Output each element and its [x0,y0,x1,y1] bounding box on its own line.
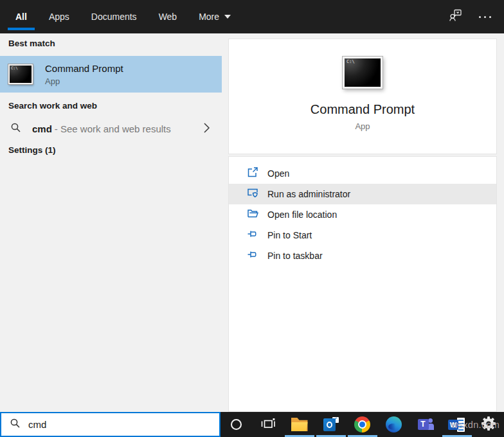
tab-apps[interactable]: Apps [48,0,71,33]
best-match-title: Command Prompt [45,63,123,74]
best-match-text: Command Prompt App [45,63,123,86]
action-open-file-location-label: Open file location [267,210,337,220]
tab-web-label: Web [159,12,177,22]
tab-web[interactable]: Web [158,0,179,33]
run-as-admin-shield-icon [247,187,258,201]
taskbar-outlook-button[interactable]: ✓ [315,412,346,437]
feedback-icon[interactable] [448,8,464,26]
action-open-label: Open [267,168,289,179]
search-input[interactable] [28,419,189,430]
command-prompt-icon: C:\ [8,64,33,84]
search-icon [10,418,21,431]
tab-all[interactable]: All [14,0,28,33]
action-pin-to-start-label: Pin to Start [267,230,312,240]
best-match-header: Best match [8,39,55,48]
open-app-indicator [285,435,314,437]
taskbar-cortana-button[interactable] [221,412,252,437]
action-pin-to-taskbar-label: Pin to taskbar [267,251,323,261]
pin-icon [247,249,258,263]
app-detail-panel: C:\ Command Prompt App [229,39,496,154]
taskbar-task-view-button[interactable] [252,412,284,437]
app-subtitle: App [229,121,496,131]
results-panel: Best match C:\ Command Prompt App Search… [0,33,222,412]
action-run-as-administrator[interactable]: Run as administrator [229,184,496,204]
command-prompt-icon-large: C:\ [343,57,382,89]
open-app-indicator [348,435,377,437]
terminal-prompt-text: C:\ [346,59,355,64]
chrome-icon [354,416,370,433]
outlook-icon: ✓ [323,417,339,433]
tab-more[interactable]: More [197,0,232,33]
teams-icon: T [417,417,434,433]
search-icon [10,122,21,136]
task-view-icon [260,415,276,434]
cortana-icon [231,419,242,430]
action-open-file-location[interactable]: Open file location [229,204,496,225]
search-web-header: Search work and web [8,101,97,111]
open-icon [247,166,258,181]
search-filter-tabs: All Apps Documents Web More [0,0,232,33]
app-actions-panel: Open Run as administrator Open file loca… [229,157,496,411]
edge-icon [386,416,402,433]
search-flyout-topbar: All Apps Documents Web More [0,0,504,33]
tab-apps-label: Apps [49,12,69,22]
best-match-result-command-prompt[interactable]: C:\ Command Prompt App [0,56,222,93]
watermark: wsxdn.com [451,420,500,430]
more-options-icon[interactable] [479,16,491,18]
query-text: cmd [32,123,52,134]
tab-documents-label: Documents [91,12,137,22]
open-folder-icon [247,208,258,222]
taskbar-teams-button[interactable]: T [410,412,441,437]
open-app-indicator [442,435,472,437]
pin-icon [247,228,258,242]
tab-more-label: More [199,12,219,22]
taskbar-search-box[interactable] [0,412,221,437]
taskbar-chrome-button[interactable] [346,412,378,437]
taskbar-edge-button[interactable] [378,412,410,437]
terminal-prompt-text: C:\ [11,66,18,70]
web-search-result-row[interactable]: cmd- See work and web results [0,117,222,141]
tab-documents[interactable]: Documents [90,0,138,33]
search-results-flyout: Best match C:\ Command Prompt App Search… [0,33,504,412]
action-open[interactable]: Open [229,163,496,184]
action-pin-to-start[interactable]: Pin to Start [229,225,496,245]
action-run-as-administrator-label: Run as administrator [267,189,350,199]
chevron-right-icon[interactable] [203,122,210,136]
tab-all-label: All [15,12,27,22]
chevron-down-icon [224,15,231,19]
settings-section-header: Settings (1) [8,145,56,155]
best-match-subtitle: App [45,76,123,86]
taskbar-file-explorer-button[interactable] [284,412,315,437]
file-explorer-icon [291,418,308,431]
action-pin-to-taskbar[interactable]: Pin to taskbar [229,245,496,266]
open-app-indicator [316,435,346,437]
web-search-suffix: - See work and web results [55,123,171,134]
app-title: Command Prompt [229,102,496,117]
web-search-query: cmd- See work and web results [32,123,171,134]
